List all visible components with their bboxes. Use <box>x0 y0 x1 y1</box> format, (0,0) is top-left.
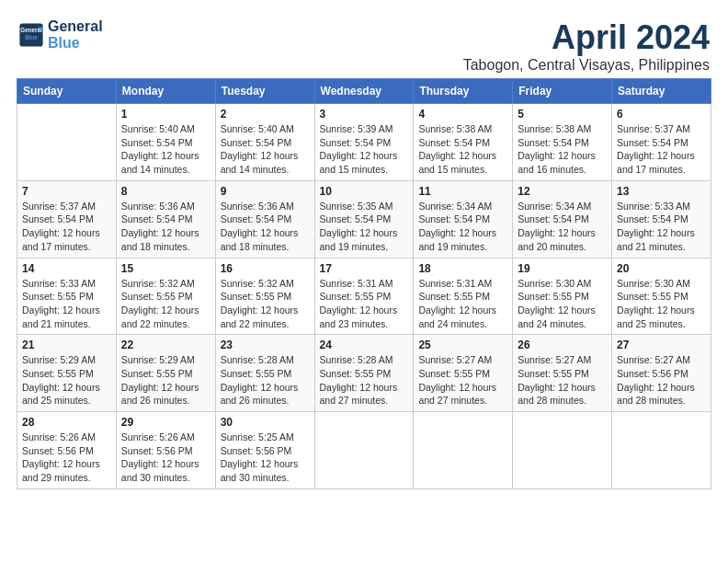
day-number: 20 <box>617 262 706 275</box>
day-detail: Sunrise: 5:34 AM Sunset: 5:54 PM Dayligh… <box>418 200 507 254</box>
day-number: 24 <box>320 339 409 351</box>
day-detail: Sunrise: 5:27 AM Sunset: 5:55 PM Dayligh… <box>518 353 607 408</box>
calendar-day-cell: 25 Sunrise: 5:27 AM Sunset: 5:55 PM Dayl… <box>414 335 513 412</box>
day-number: 21 <box>22 339 111 351</box>
calendar-day-cell <box>612 412 711 489</box>
logo-icon: General Blue <box>18 22 44 48</box>
calendar-day-cell: 15 Sunrise: 5:32 AM Sunset: 5:55 PM Dayl… <box>116 258 215 335</box>
day-detail: Sunrise: 5:32 AM Sunset: 5:55 PM Dayligh… <box>121 277 210 331</box>
location-title: Tabogon, Central Visayas, Philippines <box>463 57 710 74</box>
day-number: 28 <box>22 416 111 429</box>
day-detail: Sunrise: 5:39 AM Sunset: 5:54 PM Dayligh… <box>320 122 409 177</box>
month-title: April 2024 <box>463 18 710 57</box>
day-number: 17 <box>320 262 409 275</box>
calendar-day-cell: 24 Sunrise: 5:28 AM Sunset: 5:55 PM Dayl… <box>314 335 414 412</box>
day-number: 22 <box>121 339 210 351</box>
day-number: 15 <box>121 262 210 275</box>
calendar-day-cell: 22 Sunrise: 5:29 AM Sunset: 5:55 PM Dayl… <box>116 335 215 412</box>
day-detail: Sunrise: 5:35 AM Sunset: 5:54 PM Dayligh… <box>320 200 409 254</box>
day-detail: Sunrise: 5:31 AM Sunset: 5:55 PM Dayligh… <box>320 277 409 331</box>
day-number: 29 <box>121 416 210 429</box>
day-number: 27 <box>617 339 706 351</box>
day-detail: Sunrise: 5:33 AM Sunset: 5:54 PM Dayligh… <box>617 200 706 254</box>
day-detail: Sunrise: 5:26 AM Sunset: 5:56 PM Dayligh… <box>121 431 210 485</box>
weekday-header-row: SundayMondayTuesdayWednesdayThursdayFrid… <box>17 79 711 104</box>
day-number: 14 <box>22 262 111 275</box>
day-detail: Sunrise: 5:40 AM Sunset: 5:54 PM Dayligh… <box>221 122 310 177</box>
day-detail: Sunrise: 5:31 AM Sunset: 5:55 PM Dayligh… <box>418 277 507 331</box>
calendar-week-row: 21 Sunrise: 5:29 AM Sunset: 5:55 PM Dayl… <box>17 335 711 412</box>
day-number: 10 <box>320 185 409 198</box>
calendar-day-cell: 28 Sunrise: 5:26 AM Sunset: 5:56 PM Dayl… <box>17 412 117 489</box>
day-number: 30 <box>221 416 310 429</box>
day-detail: Sunrise: 5:36 AM Sunset: 5:54 PM Dayligh… <box>221 200 310 254</box>
svg-text:Blue: Blue <box>25 33 38 40</box>
calendar-day-cell: 13 Sunrise: 5:33 AM Sunset: 5:54 PM Dayl… <box>612 180 711 258</box>
day-detail: Sunrise: 5:40 AM Sunset: 5:54 PM Dayligh… <box>121 122 210 177</box>
logo-text-blue: Blue <box>48 35 103 52</box>
calendar-day-cell: 26 Sunrise: 5:27 AM Sunset: 5:55 PM Dayl… <box>513 335 612 412</box>
day-detail: Sunrise: 5:28 AM Sunset: 5:55 PM Dayligh… <box>320 353 409 408</box>
day-number: 5 <box>518 108 607 121</box>
weekday-header-cell: Saturday <box>612 79 711 104</box>
calendar-day-cell: 3 Sunrise: 5:39 AM Sunset: 5:54 PM Dayli… <box>314 104 414 181</box>
calendar-day-cell: 29 Sunrise: 5:26 AM Sunset: 5:56 PM Dayl… <box>116 412 215 489</box>
calendar-day-cell: 20 Sunrise: 5:30 AM Sunset: 5:55 PM Dayl… <box>612 258 711 335</box>
day-number: 26 <box>518 339 607 351</box>
calendar-day-cell: 8 Sunrise: 5:36 AM Sunset: 5:54 PM Dayli… <box>116 180 215 258</box>
calendar-week-row: 14 Sunrise: 5:33 AM Sunset: 5:55 PM Dayl… <box>17 258 711 335</box>
weekday-header-cell: Wednesday <box>314 79 414 104</box>
day-number: 11 <box>418 185 507 198</box>
weekday-header-cell: Tuesday <box>215 79 314 104</box>
day-number: 7 <box>22 185 111 198</box>
calendar-day-cell: 12 Sunrise: 5:34 AM Sunset: 5:54 PM Dayl… <box>513 180 612 258</box>
day-detail: Sunrise: 5:32 AM Sunset: 5:55 PM Dayligh… <box>221 277 310 331</box>
calendar-day-cell: 27 Sunrise: 5:27 AM Sunset: 5:56 PM Dayl… <box>612 335 711 412</box>
day-detail: Sunrise: 5:38 AM Sunset: 5:54 PM Dayligh… <box>418 122 507 177</box>
calendar-day-cell <box>314 412 414 489</box>
calendar-day-cell: 9 Sunrise: 5:36 AM Sunset: 5:54 PM Dayli… <box>215 180 314 258</box>
calendar-day-cell: 7 Sunrise: 5:37 AM Sunset: 5:54 PM Dayli… <box>17 180 117 258</box>
day-detail: Sunrise: 5:26 AM Sunset: 5:56 PM Dayligh… <box>22 431 111 485</box>
calendar-day-cell: 10 Sunrise: 5:35 AM Sunset: 5:54 PM Dayl… <box>314 180 414 258</box>
calendar-day-cell: 11 Sunrise: 5:34 AM Sunset: 5:54 PM Dayl… <box>414 180 513 258</box>
calendar-week-row: 7 Sunrise: 5:37 AM Sunset: 5:54 PM Dayli… <box>17 180 711 258</box>
day-detail: Sunrise: 5:30 AM Sunset: 5:55 PM Dayligh… <box>518 277 607 331</box>
day-number: 19 <box>518 262 607 275</box>
day-detail: Sunrise: 5:37 AM Sunset: 5:54 PM Dayligh… <box>22 200 111 254</box>
calendar-day-cell: 21 Sunrise: 5:29 AM Sunset: 5:55 PM Dayl… <box>17 335 117 412</box>
weekday-header-cell: Sunday <box>17 79 117 104</box>
day-detail: Sunrise: 5:30 AM Sunset: 5:55 PM Dayligh… <box>617 277 706 331</box>
day-detail: Sunrise: 5:37 AM Sunset: 5:54 PM Dayligh… <box>617 122 706 177</box>
day-number: 13 <box>617 185 706 198</box>
calendar-day-cell: 19 Sunrise: 5:30 AM Sunset: 5:55 PM Dayl… <box>513 258 612 335</box>
day-detail: Sunrise: 5:27 AM Sunset: 5:56 PM Dayligh… <box>617 353 706 408</box>
day-detail: Sunrise: 5:33 AM Sunset: 5:55 PM Dayligh… <box>22 277 111 331</box>
day-number: 2 <box>221 108 310 121</box>
day-number: 8 <box>121 185 210 198</box>
calendar-day-cell: 17 Sunrise: 5:31 AM Sunset: 5:55 PM Dayl… <box>314 258 414 335</box>
calendar-day-cell: 18 Sunrise: 5:31 AM Sunset: 5:55 PM Dayl… <box>414 258 513 335</box>
calendar-day-cell <box>513 412 612 489</box>
day-detail: Sunrise: 5:38 AM Sunset: 5:54 PM Dayligh… <box>518 122 607 177</box>
day-detail: Sunrise: 5:27 AM Sunset: 5:55 PM Dayligh… <box>418 353 507 408</box>
calendar-day-cell: 2 Sunrise: 5:40 AM Sunset: 5:54 PM Dayli… <box>215 104 314 181</box>
calendar-day-cell: 23 Sunrise: 5:28 AM Sunset: 5:55 PM Dayl… <box>215 335 314 412</box>
day-detail: Sunrise: 5:29 AM Sunset: 5:55 PM Dayligh… <box>121 353 210 408</box>
day-number: 25 <box>418 339 507 351</box>
day-number: 16 <box>221 262 310 275</box>
day-detail: Sunrise: 5:29 AM Sunset: 5:55 PM Dayligh… <box>22 353 111 408</box>
logo-text-general: General <box>48 18 103 35</box>
calendar-day-cell: 30 Sunrise: 5:25 AM Sunset: 5:56 PM Dayl… <box>215 412 314 489</box>
weekday-header-cell: Thursday <box>414 79 513 104</box>
day-number: 6 <box>617 108 706 121</box>
day-number: 12 <box>518 185 607 198</box>
day-detail: Sunrise: 5:34 AM Sunset: 5:54 PM Dayligh… <box>518 200 607 254</box>
calendar-week-row: 28 Sunrise: 5:26 AM Sunset: 5:56 PM Dayl… <box>17 412 711 489</box>
day-detail: Sunrise: 5:25 AM Sunset: 5:56 PM Dayligh… <box>221 431 310 485</box>
title-area: April 2024 Tabogon, Central Visayas, Phi… <box>463 18 710 74</box>
day-number: 9 <box>221 185 310 198</box>
calendar-day-cell: 1 Sunrise: 5:40 AM Sunset: 5:54 PM Dayli… <box>116 104 215 181</box>
calendar-week-row: 1 Sunrise: 5:40 AM Sunset: 5:54 PM Dayli… <box>17 104 711 181</box>
day-number: 23 <box>221 339 310 351</box>
